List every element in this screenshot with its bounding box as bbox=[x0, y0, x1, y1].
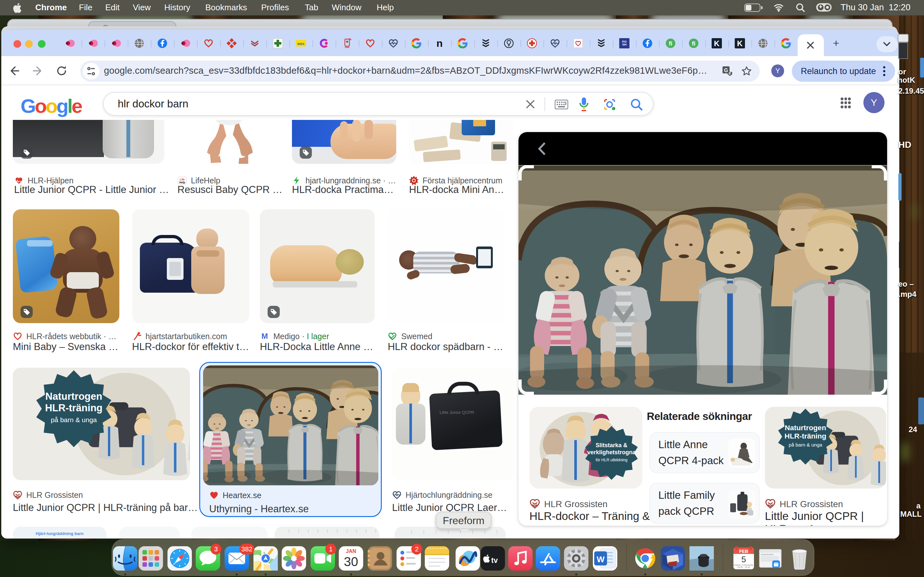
svg-text:30: 30 bbox=[344, 554, 359, 569]
svg-text:5: 5 bbox=[741, 554, 746, 564]
svg-text:G: G bbox=[724, 68, 728, 73]
svg-text:tv: tv bbox=[491, 556, 498, 564]
svg-text:JAN: JAN bbox=[346, 548, 356, 554]
svg-text:W: W bbox=[597, 554, 605, 564]
svg-text:FEB: FEB bbox=[739, 549, 748, 554]
svg-text:M: M bbox=[262, 332, 268, 340]
svg-text:Help: Help bbox=[179, 181, 185, 184]
svg-text:16:00 - 16:20: 16:00 - 16:20 bbox=[737, 566, 750, 568]
